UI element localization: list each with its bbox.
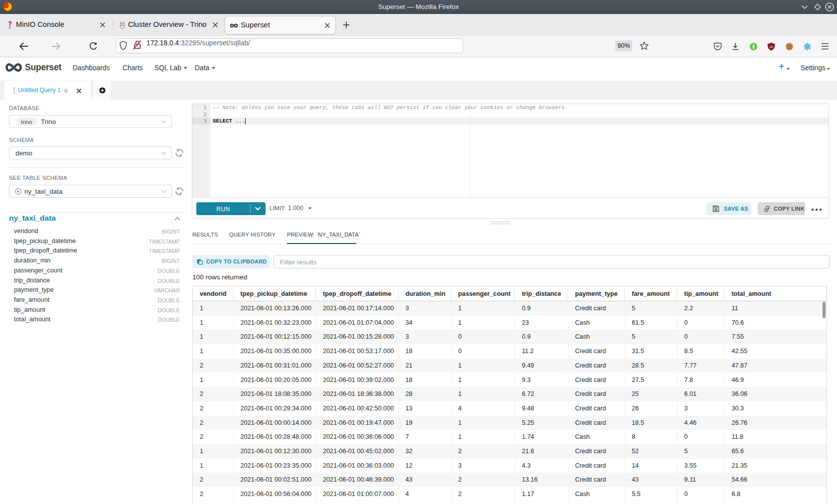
- svg-text:u0: u0: [770, 45, 773, 48]
